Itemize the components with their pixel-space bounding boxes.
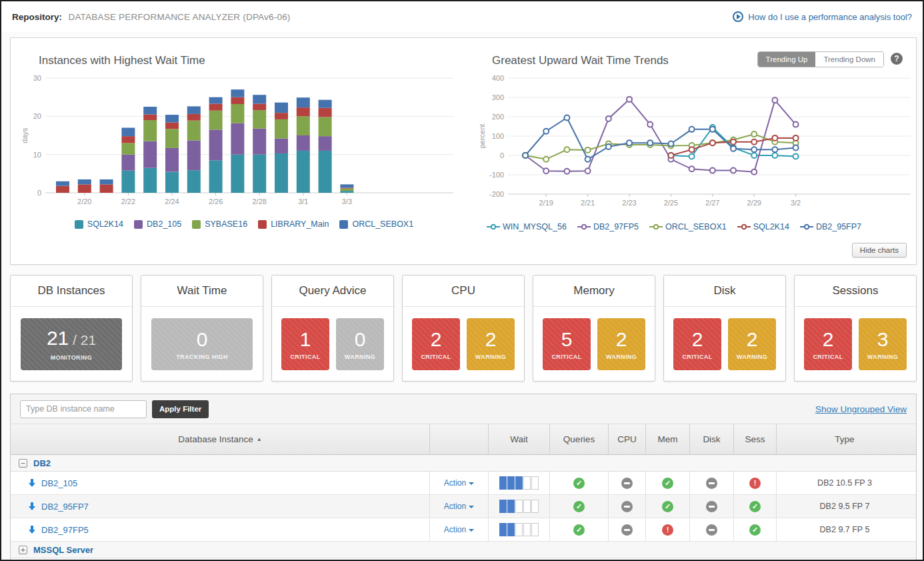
- column-header-Wait[interactable]: Wait: [488, 424, 549, 454]
- column-header-Type[interactable]: Type: [776, 424, 913, 454]
- instance-link[interactable]: DB2_105: [41, 478, 77, 488]
- status-ok-icon: ✓: [573, 478, 585, 489]
- status-none-icon: [621, 501, 633, 512]
- svg-text:300: 300: [492, 93, 504, 101]
- column-header-Disk[interactable]: Disk: [689, 424, 733, 454]
- column-header-Queries[interactable]: Queries: [549, 424, 608, 454]
- group-name: MSSQL Server: [33, 545, 93, 555]
- column-header-action[interactable]: [429, 424, 488, 454]
- action-dropdown[interactable]: Action: [444, 502, 474, 511]
- action-cell: Action: [429, 518, 488, 541]
- table-body: −DB2DB2_105Action✓✓!DB2 10.5 FP 3DB2_95F…: [11, 455, 916, 558]
- svg-text:-200: -200: [489, 190, 504, 198]
- top-bar: Repository: DATABASE PERFORMANCE ANALYZE…: [1, 1, 923, 32]
- table-row-db2_97fp5: DB2_97FP5Action✓!✓DB2 9.7 FP 5: [11, 518, 916, 542]
- wait-segment: [507, 523, 515, 536]
- badge-label: CRITICAL: [551, 354, 581, 360]
- group-row-db2[interactable]: −DB2: [11, 455, 916, 472]
- metric-cards-row: DB Instances21 / 21MONITORINGWait Time0T…: [10, 275, 917, 382]
- instance-link[interactable]: DB2_95FP7: [41, 502, 89, 512]
- legend-item-SQL2K14: SQL2K14: [75, 219, 123, 229]
- status-ok-icon: ✓: [662, 501, 673, 512]
- badge-label: WARNING: [345, 354, 375, 360]
- svg-text:-100: -100: [489, 171, 504, 179]
- legend-swatch-icon: [75, 220, 83, 229]
- svg-text:2/28: 2/28: [252, 197, 266, 205]
- apply-filter-button[interactable]: Apply Filter: [152, 400, 209, 418]
- legend-item-ORCL_SEBOX1: ORCL_SEBOX1: [339, 219, 413, 229]
- trend-down-arrow-icon: [28, 502, 36, 511]
- instance-link[interactable]: DB2_97FP5: [41, 525, 89, 535]
- legend-line-marker-icon: [649, 223, 663, 230]
- card-title: DB Instances: [11, 275, 132, 307]
- show-ungrouped-view-link[interactable]: Show Ungrouped View: [815, 404, 907, 414]
- badge-critical: 2CRITICAL: [673, 318, 721, 370]
- trending-up-button[interactable]: Trending Up: [758, 52, 816, 67]
- instance-type: DB2 9.5 FP 7: [820, 502, 870, 511]
- metric-card-cpu: CPU2CRITICAL2WARNING: [402, 275, 525, 382]
- instance-filter-input[interactable]: [20, 400, 147, 418]
- status-none-icon: [621, 524, 633, 536]
- group-row-mssql-server[interactable]: +MSSQL Server: [11, 542, 916, 558]
- repository-heading: Repository: DATABASE PERFORMANCE ANALYZE…: [12, 11, 291, 23]
- badge-label: MONITORING: [51, 354, 92, 361]
- card-badges: 0TRACKING HIGH: [141, 307, 263, 381]
- wait-segment: [507, 476, 515, 490]
- wait-segment: [523, 476, 531, 490]
- wait-segment: [499, 476, 507, 490]
- legend-line-marker-icon: [737, 223, 751, 230]
- trending-down-button[interactable]: Trending Down: [815, 52, 883, 67]
- column-header-Sess[interactable]: Sess: [733, 424, 776, 454]
- legend-item-SYBASE16: SYBASE16: [192, 219, 247, 229]
- status-cell: ✓: [549, 495, 608, 518]
- legend-item-SQL2K14: SQL2K14: [737, 222, 789, 231]
- svg-text:400: 400: [492, 74, 504, 82]
- help-icon[interactable]: ?: [891, 53, 903, 65]
- status-cell: ✓: [733, 495, 776, 518]
- action-dropdown[interactable]: Action: [444, 525, 474, 534]
- repository-label: Repository:: [12, 12, 62, 22]
- expand-icon[interactable]: +: [19, 546, 27, 554]
- card-badges: 2CRITICAL3WARNING: [795, 307, 916, 381]
- instance-type: DB2 10.5 FP 3: [817, 478, 872, 488]
- column-header-Database Instance[interactable]: Database Instance▲: [11, 424, 429, 454]
- line-chart-legend: WIN_MYSQL_56DB2_97FP5ORCL_SEBOX1SQL2K14D…: [481, 222, 881, 231]
- legend-label: SQL2K14: [753, 222, 789, 231]
- action-dropdown[interactable]: Action: [444, 478, 474, 488]
- badge-label: WARNING: [606, 354, 637, 360]
- badge-label: CRITICAL: [290, 354, 320, 360]
- status-ok-icon: ✓: [749, 524, 761, 536]
- table-row-db2_95fp7: DB2_95FP7Action✓✓✓DB2 9.5 FP 7: [11, 495, 916, 518]
- bar-chart-legend: SQL2K14DB2_105SYBASE16LIBRARY_MainORCL_S…: [37, 219, 451, 229]
- line-chart: -200-1000100200300400percent2/192/212/23…: [477, 70, 915, 221]
- svg-text:days: days: [21, 127, 29, 143]
- column-header-CPU[interactable]: CPU: [608, 424, 645, 454]
- collapse-icon[interactable]: −: [19, 459, 27, 468]
- status-cell: [608, 495, 645, 518]
- legend-label: LIBRARY_Main: [271, 219, 329, 229]
- svg-text:2/26: 2/26: [209, 197, 223, 205]
- column-header-Mem[interactable]: Mem: [645, 424, 689, 454]
- status-ok-icon: ✓: [573, 524, 585, 536]
- table-row-db2_105: DB2_105Action✓✓!DB2 10.5 FP 3: [11, 472, 916, 495]
- badge-value: 1: [300, 328, 311, 351]
- legend-line-marker-icon: [800, 223, 813, 230]
- wait-gauge: [499, 476, 539, 490]
- metric-card-sessions: Sessions2CRITICAL3WARNING: [794, 275, 917, 382]
- status-cell: [608, 472, 645, 494]
- legend-item-WIN_MYSQL_56: WIN_MYSQL_56: [487, 222, 567, 231]
- help-link[interactable]: How do I use a performance analysis tool…: [733, 11, 912, 22]
- wait-gauge: [499, 500, 539, 513]
- page-title: DATABASE PERFORMANCE ANALYZER (DPAv6-06): [68, 12, 290, 22]
- badge-value: 2: [485, 328, 497, 351]
- badge-critical: 5CRITICAL: [543, 318, 591, 370]
- svg-text:2/23: 2/23: [622, 199, 636, 207]
- badge-critical: 2CRITICAL: [804, 318, 852, 370]
- help-link-label: How do I use a performance analysis tool…: [748, 12, 912, 22]
- status-cell: ✓: [549, 472, 608, 494]
- hide-charts-button[interactable]: Hide charts: [852, 243, 907, 257]
- instances-table-panel: Apply Filter Show Ungrouped View Databas…: [10, 394, 917, 561]
- badge-value: 21 / 21: [47, 327, 96, 352]
- svg-text:2/19: 2/19: [539, 199, 553, 207]
- instance-name-cell: DB2_97FP5: [11, 518, 429, 541]
